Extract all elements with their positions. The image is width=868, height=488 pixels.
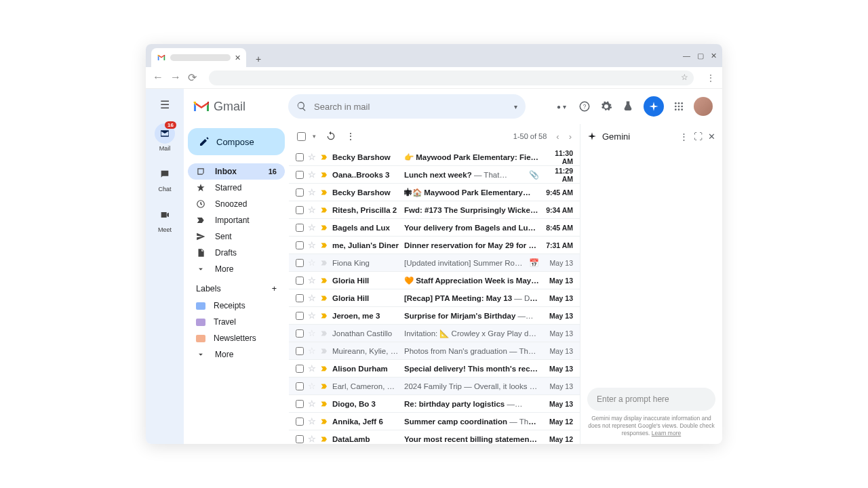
settings-icon[interactable] <box>600 100 612 113</box>
gemini-expand-icon[interactable]: ⛶ <box>694 131 703 142</box>
message-checkbox[interactable] <box>296 171 304 179</box>
add-label-icon[interactable]: + <box>272 284 277 293</box>
status-indicator[interactable]: ● ▾ <box>557 100 569 113</box>
important-icon[interactable] <box>320 365 328 373</box>
gemini-learn-more-link[interactable]: Learn more <box>652 430 681 436</box>
bookmark-star-icon[interactable]: ☆ <box>681 73 688 82</box>
folder-more[interactable]: More <box>188 261 285 277</box>
folder-starred[interactable]: Starred <box>188 180 285 196</box>
star-icon[interactable]: ☆ <box>308 240 316 250</box>
folder-sent[interactable]: Sent <box>188 228 285 245</box>
message-checkbox[interactable] <box>296 312 304 320</box>
gemini-close-icon[interactable]: ✕ <box>708 131 715 142</box>
message-row[interactable]: ☆ Becky Barshow 🕷🏠 Maywood Park Elementa… <box>289 184 580 201</box>
nav-reload-icon[interactable]: ⟳ <box>188 71 197 84</box>
select-all-checkbox[interactable] <box>297 132 306 141</box>
important-icon[interactable] <box>320 382 328 390</box>
gemini-menu-icon[interactable]: ⋮ <box>679 131 688 142</box>
important-icon[interactable] <box>320 171 328 179</box>
omnibox[interactable]: ☆ <box>209 70 694 85</box>
star-icon[interactable]: ☆ <box>308 222 316 232</box>
star-icon[interactable]: ☆ <box>308 275 316 285</box>
message-row[interactable]: ☆ Earl, Cameron, me 4 2024 Family Trip —… <box>289 378 580 395</box>
message-checkbox[interactable] <box>296 382 304 390</box>
star-icon[interactable]: ☆ <box>308 381 316 391</box>
search-input[interactable] <box>314 102 507 112</box>
message-checkbox[interactable] <box>296 206 304 214</box>
message-row[interactable]: ☆ Gloria Hill 🧡 Staff Appreciation Week … <box>289 272 580 289</box>
message-checkbox[interactable] <box>296 400 304 408</box>
important-icon[interactable] <box>320 277 328 285</box>
rail-meet[interactable]: Meet <box>155 205 175 233</box>
message-checkbox[interactable] <box>296 294 304 302</box>
folder-drafts[interactable]: Drafts <box>188 245 285 261</box>
refresh-icon[interactable] <box>326 131 336 142</box>
message-row[interactable]: ☆ Oana..Brooks 3 Lunch next week? — That… <box>289 166 580 184</box>
label-travel[interactable]: Travel <box>188 314 285 330</box>
star-icon[interactable]: ☆ <box>308 310 316 321</box>
search-options-icon[interactable]: ▾ <box>514 103 517 110</box>
more-icon[interactable]: ⋮ <box>346 131 355 142</box>
gemini-button[interactable] <box>644 96 664 117</box>
message-row[interactable]: ☆ Jonathan Castillo Invitation: 📐 Crowle… <box>289 325 580 342</box>
folder-important[interactable]: Important <box>188 212 285 228</box>
apps-grid-icon[interactable] <box>673 101 684 112</box>
important-icon[interactable] <box>320 400 328 408</box>
folder-inbox[interactable]: Inbox16 <box>188 163 285 180</box>
search-bar[interactable]: ▾ <box>288 94 526 119</box>
message-checkbox[interactable] <box>296 435 304 443</box>
star-icon[interactable]: ☆ <box>308 205 316 215</box>
message-row[interactable]: ☆ Annika, Jeff 6 Summer camp coordinatio… <box>289 413 580 430</box>
rail-mail[interactable]: 16 Mail <box>155 123 175 152</box>
window-maximize-icon[interactable]: ▢ <box>697 52 704 60</box>
message-row[interactable]: ☆ Diogo, Bo 3 Re: birthday party logisti… <box>289 395 580 413</box>
main-menu-icon[interactable]: ☰ <box>160 98 170 111</box>
select-dropdown-icon[interactable]: ▾ <box>313 133 316 140</box>
message-row[interactable]: ☆ Jeroen, me 3 Surprise for Mirjam's Bir… <box>289 307 580 325</box>
important-icon[interactable] <box>320 259 328 267</box>
prev-page-icon[interactable]: ‹ <box>556 131 559 142</box>
important-icon[interactable] <box>320 224 328 232</box>
star-icon[interactable]: ☆ <box>308 363 316 373</box>
window-minimize-icon[interactable]: — <box>683 52 690 60</box>
message-row[interactable]: ☆ Becky Barshow 👉 Maywood Park Elementar… <box>289 148 580 166</box>
message-checkbox[interactable] <box>296 153 304 161</box>
star-icon[interactable]: ☆ <box>308 293 316 303</box>
message-row[interactable]: ☆ Gloria Hill [Recap] PTA Meeting: May 1… <box>289 289 580 307</box>
label-receipts[interactable]: Receipts <box>188 298 285 314</box>
message-checkbox[interactable] <box>296 365 304 373</box>
important-icon[interactable] <box>320 241 328 249</box>
message-checkbox[interactable] <box>296 188 304 197</box>
window-close-icon[interactable]: ✕ <box>711 52 717 60</box>
star-icon[interactable]: ☆ <box>308 258 316 268</box>
message-row[interactable]: ☆ Alison Durham Special delivery! This m… <box>289 360 580 378</box>
new-tab-button[interactable]: + <box>250 51 267 67</box>
account-avatar[interactable] <box>694 97 713 116</box>
star-icon[interactable]: ☆ <box>308 416 316 426</box>
important-icon[interactable] <box>320 206 328 214</box>
compose-button[interactable]: Compose <box>188 128 285 155</box>
star-icon[interactable]: ☆ <box>308 434 316 444</box>
tab-close-icon[interactable]: ✕ <box>235 54 241 62</box>
important-icon[interactable] <box>320 347 328 355</box>
message-checkbox[interactable] <box>296 224 304 232</box>
nav-back-icon[interactable]: ← <box>153 71 163 84</box>
message-row[interactable]: ☆ Muireann, Kylie, David Photos from Nan… <box>289 342 580 360</box>
browser-tab[interactable]: ✕ <box>151 48 246 67</box>
nav-forward-icon[interactable]: → <box>170 71 181 84</box>
important-icon[interactable] <box>320 435 328 443</box>
message-checkbox[interactable] <box>296 329 304 338</box>
message-row[interactable]: ☆ Fiona King [Updated invitation] Summer… <box>289 254 580 272</box>
message-checkbox[interactable] <box>296 418 304 426</box>
gmail-logo[interactable]: Gmail <box>193 100 281 114</box>
label-more[interactable]: More <box>188 346 285 363</box>
star-icon[interactable]: ☆ <box>308 328 316 338</box>
important-icon[interactable] <box>320 329 328 338</box>
browser-menu-icon[interactable]: ⋮ <box>706 73 715 83</box>
rail-chat[interactable]: Chat <box>155 164 175 192</box>
star-icon[interactable]: ☆ <box>308 152 316 162</box>
important-icon[interactable] <box>320 312 328 320</box>
star-icon[interactable]: ☆ <box>308 346 316 356</box>
message-row[interactable]: ☆ DataLamb Your most recent billing stat… <box>289 430 580 444</box>
message-row[interactable]: ☆ Ritesh, Priscilla 2 Fwd: #173 The Surp… <box>289 201 580 219</box>
